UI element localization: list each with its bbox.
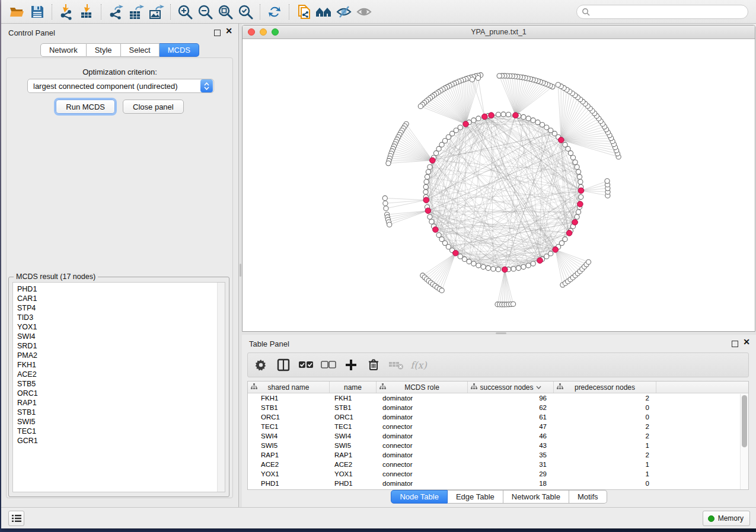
splitter-handle[interactable] xyxy=(240,264,241,277)
table-settings-icon[interactable] xyxy=(253,357,269,373)
result-list-scrollbar[interactable] xyxy=(217,283,225,492)
splitter-handle[interactable] xyxy=(496,332,506,334)
deselect-all-checkboxes-icon[interactable] xyxy=(320,357,337,373)
search-icon xyxy=(582,8,590,16)
show-column-icon[interactable] xyxy=(275,357,292,373)
delete-table-icon[interactable] xyxy=(388,357,404,373)
column-header-successor-nodes[interactable]: successor nodes xyxy=(468,382,554,393)
minimize-window-icon[interactable] xyxy=(260,28,267,36)
mcds-result-item[interactable]: PMA2 xyxy=(17,351,225,360)
mcds-result-item[interactable]: GCR1 xyxy=(17,436,225,446)
zoom-selected-icon[interactable] xyxy=(235,2,256,21)
tab-edge-table[interactable]: Edge Table xyxy=(448,490,503,504)
close-panel-button[interactable]: Close panel xyxy=(123,100,184,114)
control-panel-title: Control Panel xyxy=(8,28,55,37)
close-panel-icon[interactable]: ✕ xyxy=(743,339,750,350)
delete-column-icon[interactable] xyxy=(365,357,382,373)
mcds-result-item[interactable]: SWI5 xyxy=(17,417,225,427)
table-row[interactable]: SWI5 SWI5 connector 43 1 xyxy=(248,441,748,450)
scrollbar-thumb[interactable] xyxy=(742,395,747,447)
table-row[interactable]: TEC1 TEC1 connector 47 2 xyxy=(248,422,748,431)
column-header-shared-name[interactable]: shared name xyxy=(248,382,330,393)
close-window-icon[interactable] xyxy=(248,28,255,36)
show-all-icon[interactable] xyxy=(354,2,374,21)
table-row[interactable]: ORC1 ORC1 dominator 61 0 xyxy=(248,412,748,422)
mcds-result-item[interactable]: STB1 xyxy=(17,408,225,417)
tab-select[interactable]: Select xyxy=(121,43,160,57)
import-network-icon[interactable] xyxy=(56,2,76,21)
mcds-result-item[interactable]: TEC1 xyxy=(17,427,225,436)
close-panel-icon[interactable]: ✕ xyxy=(225,28,232,39)
mcds-result-item[interactable]: SWI4 xyxy=(17,332,225,341)
search-field[interactable] xyxy=(576,5,748,19)
table-row[interactable]: PHD1 PHD1 dominator 18 0 xyxy=(248,479,748,488)
network-window-titlebar[interactable]: YPA_prune.txt_1 xyxy=(243,25,755,39)
run-mcds-button[interactable]: Run MCDS xyxy=(56,100,115,114)
mcds-result-item[interactable]: FKH1 xyxy=(17,360,225,370)
optimization-criterion-select[interactable]: largest connected component (undirected) xyxy=(27,79,214,93)
search-input[interactable] xyxy=(590,8,748,16)
tab-motifs[interactable]: Motifs xyxy=(569,490,607,504)
toolbar-separator xyxy=(52,4,52,20)
mcds-result-item[interactable]: YOX1 xyxy=(17,322,225,332)
node-table: shared name name MCDS role successor nod… xyxy=(247,381,749,490)
add-column-icon[interactable] xyxy=(343,357,359,373)
mcds-result-item[interactable]: RAP1 xyxy=(17,398,225,408)
export-network-icon[interactable] xyxy=(106,2,126,21)
network-view-window: YPA_prune.txt_1 xyxy=(242,25,755,332)
mcds-result-item[interactable]: STP4 xyxy=(17,303,225,313)
network-graph[interactable] xyxy=(243,39,755,331)
network-canvas[interactable] xyxy=(243,39,755,331)
tab-node-table[interactable]: Node Table xyxy=(391,490,448,504)
import-table-icon[interactable] xyxy=(76,2,97,21)
column-header-empty xyxy=(656,382,748,393)
table-scrollbar[interactable] xyxy=(740,394,748,490)
float-panel-icon[interactable] xyxy=(732,339,738,350)
column-type-icon xyxy=(251,383,257,392)
zoom-in-icon[interactable] xyxy=(175,2,195,21)
mcds-result-list[interactable]: PHD1CAR1STP4TID3YOX1SWI4SRD1PMA2FKH1ACE2… xyxy=(12,282,225,492)
column-type-icon xyxy=(557,383,563,392)
export-image-icon[interactable] xyxy=(146,2,166,21)
table-panel: Table Panel ✕ xyxy=(242,335,756,507)
table-row[interactable]: SWI4 SWI4 dominator 46 2 xyxy=(248,431,748,441)
mcds-result-item[interactable]: ORC1 xyxy=(17,389,225,398)
first-neighbors-icon[interactable] xyxy=(314,2,334,21)
export-table-icon[interactable] xyxy=(126,2,146,21)
mcds-result-item[interactable]: PHD1 xyxy=(17,284,225,294)
tab-style[interactable]: Style xyxy=(87,43,121,57)
mcds-result-item[interactable]: STB5 xyxy=(17,379,225,389)
select-all-checkboxes-icon[interactable] xyxy=(298,357,314,373)
zoom-out-icon[interactable] xyxy=(195,2,215,21)
save-session-icon[interactable] xyxy=(27,2,47,21)
function-builder-icon[interactable]: f(x) xyxy=(410,357,427,373)
toolbar-separator xyxy=(101,4,101,20)
mcds-result-item[interactable]: TID3 xyxy=(17,313,225,322)
hide-selected-icon[interactable] xyxy=(334,2,354,21)
table-row[interactable]: YOX1 YOX1 connector 29 1 xyxy=(248,469,748,479)
mcds-result-item[interactable]: CAR1 xyxy=(17,294,225,303)
mcds-result-item[interactable]: ACE2 xyxy=(17,370,225,379)
tab-network-table[interactable]: Network Table xyxy=(503,490,569,504)
table-row[interactable]: RAP1 RAP1 dominator 35 2 xyxy=(248,450,748,460)
column-header-name[interactable]: name xyxy=(330,382,377,393)
main-toolbar xyxy=(1,0,756,24)
selected-criterion-value: largest connected component (undirected) xyxy=(28,82,200,91)
table-row[interactable]: ACE2 ACE2 connector 31 1 xyxy=(248,460,748,469)
refresh-icon[interactable] xyxy=(264,2,285,21)
float-panel-icon[interactable] xyxy=(214,28,221,39)
column-header-mcds-role[interactable]: MCDS role xyxy=(377,382,468,393)
column-header-predecessor-nodes[interactable]: predecessor nodes xyxy=(554,382,656,393)
mcds-result-item[interactable]: SRD1 xyxy=(17,341,225,351)
table-row[interactable]: STB1 STB1 dominator 62 0 xyxy=(248,403,748,412)
table-body: FKH1 FKH1 dominator 96 2 STB1 STB1 domin… xyxy=(248,393,748,488)
open-session-icon[interactable] xyxy=(7,2,27,21)
table-row[interactable]: FKH1 FKH1 dominator 96 2 xyxy=(248,393,748,403)
new-network-from-selection-icon[interactable] xyxy=(294,2,314,21)
show-panels-list-button[interactable] xyxy=(8,511,24,526)
tab-mcds[interactable]: MCDS xyxy=(160,43,199,57)
memory-button[interactable]: Memory xyxy=(703,511,750,526)
zoom-fit-icon[interactable] xyxy=(215,2,235,21)
maximize-window-icon[interactable] xyxy=(272,28,279,36)
tab-network[interactable]: Network xyxy=(40,43,87,57)
